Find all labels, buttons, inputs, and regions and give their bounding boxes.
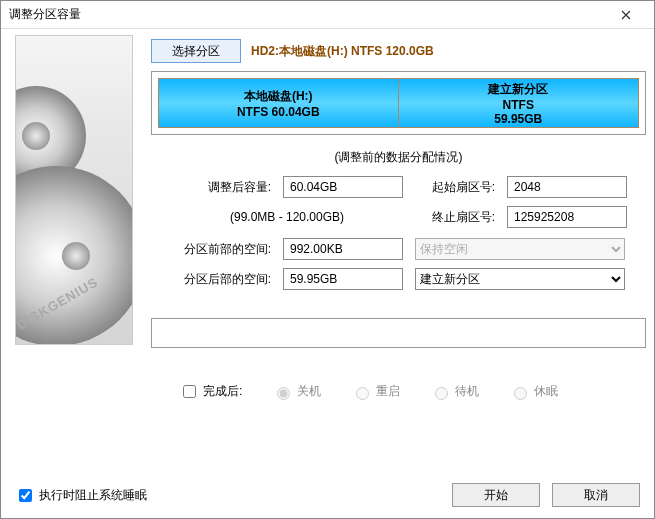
input-end-sector[interactable] (507, 206, 627, 228)
radio-hibernate-input (514, 387, 527, 400)
dialog-body: DISKGENIUS 选择分区 HD2:本地磁盘(H:) NTFS 120.0G… (1, 29, 654, 472)
input-after-size[interactable] (283, 176, 403, 198)
right-pane: 选择分区 HD2:本地磁盘(H:) NTFS 120.0GB 本地磁盘(H:) … (151, 35, 646, 472)
radio-standby[interactable]: 待机 (430, 383, 479, 400)
select-before-action: 保持空闲 (415, 238, 625, 260)
partition-size: NTFS 60.04GB (237, 105, 320, 119)
radio-standby-label: 待机 (455, 383, 479, 400)
partition-label: 本地磁盘(H:) (244, 88, 313, 105)
top-row: 选择分区 HD2:本地磁盘(H:) NTFS 120.0GB (151, 39, 646, 63)
label-end-sector: 终止扇区号: (415, 209, 495, 226)
partition-segment-1[interactable]: 建立新分区 NTFS 59.95GB (399, 79, 639, 127)
dialog-window: 调整分区容量 DISKGENIUS 选择分区 HD2:本地磁盘(H:) NTFS… (0, 0, 655, 519)
checkbox-prevent-sleep[interactable]: 执行时阻止系统睡眠 (15, 486, 147, 505)
label-space-before: 分区前部的空间: (171, 241, 271, 258)
radio-restart-label: 重启 (376, 383, 400, 400)
radio-shutdown-label: 关机 (297, 383, 321, 400)
start-button[interactable]: 开始 (452, 483, 540, 507)
partition-frame: 本地磁盘(H:) NTFS 60.04GB 建立新分区 NTFS 59.95GB (151, 71, 646, 135)
cancel-button[interactable]: 取消 (552, 483, 640, 507)
radio-hibernate[interactable]: 休眠 (509, 383, 558, 400)
radio-restart-input (356, 387, 369, 400)
disk-info-label: HD2:本地磁盘(H:) NTFS 120.0GB (251, 43, 434, 60)
window-title: 调整分区容量 (9, 6, 606, 23)
partition-label: 建立新分区 (488, 81, 548, 98)
title-bar: 调整分区容量 (1, 1, 654, 29)
radio-standby-input (435, 387, 448, 400)
partition-size: 59.95GB (494, 112, 542, 126)
checkbox-after-complete-input[interactable] (183, 385, 196, 398)
radio-shutdown[interactable]: 关机 (272, 383, 321, 400)
form-grid-1: 调整后容量: 起始扇区号: (99.0MB - 120.00GB) 终止扇区号: (171, 176, 646, 228)
size-range-note: (99.0MB - 120.00GB) (171, 210, 403, 224)
message-box (151, 318, 646, 348)
input-space-before[interactable] (283, 238, 403, 260)
disk-illustration: DISKGENIUS (15, 35, 133, 345)
partition-fs: NTFS (503, 98, 534, 112)
input-start-sector[interactable] (507, 176, 627, 198)
checkbox-after-complete-label: 完成后: (203, 383, 242, 400)
select-partition-button[interactable]: 选择分区 (151, 39, 241, 63)
bottom-bar: 执行时阻止系统睡眠 开始 取消 (1, 472, 654, 518)
form-grid-2: 分区前部的空间: 保持空闲 分区后部的空间: 建立新分区 (171, 238, 646, 290)
select-after-action[interactable]: 建立新分区 (415, 268, 625, 290)
checkbox-prevent-sleep-label: 执行时阻止系统睡眠 (39, 487, 147, 504)
radio-hibernate-label: 休眠 (534, 383, 558, 400)
checkbox-after-complete[interactable]: 完成后: (179, 382, 242, 401)
radio-shutdown-input (277, 387, 290, 400)
label-start-sector: 起始扇区号: (415, 179, 495, 196)
left-pane: DISKGENIUS (9, 35, 139, 472)
input-space-after[interactable] (283, 268, 403, 290)
close-button[interactable] (606, 2, 646, 28)
radio-restart[interactable]: 重启 (351, 383, 400, 400)
caption-row: (调整前的数据分配情况) (151, 149, 646, 166)
partition-segment-0[interactable]: 本地磁盘(H:) NTFS 60.04GB (159, 79, 399, 127)
checkbox-prevent-sleep-input[interactable] (19, 489, 32, 502)
after-complete-row: 完成后: 关机 重启 待机 休眠 (179, 382, 646, 401)
label-space-after: 分区后部的空间: (171, 271, 271, 288)
partition-bar[interactable]: 本地磁盘(H:) NTFS 60.04GB 建立新分区 NTFS 59.95GB (158, 78, 639, 128)
label-after-size: 调整后容量: (171, 179, 271, 196)
